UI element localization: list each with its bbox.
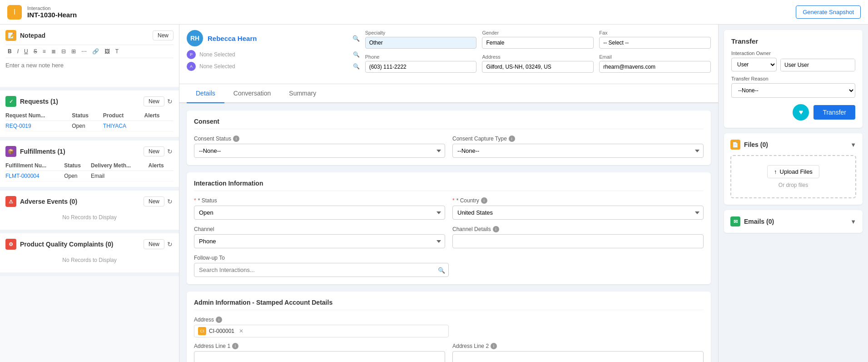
patient-name-link[interactable]: Rebecca Hearn	[208, 35, 257, 42]
topbar-title: INT-1030-Hearn	[27, 11, 77, 19]
pqc-refresh-button[interactable]: ↻	[166, 240, 174, 249]
email-select[interactable]: rhearn@mavens.com	[599, 61, 711, 73]
outdent-button[interactable]: ⊞	[69, 47, 78, 56]
topbar-subtitle: Interaction	[27, 5, 77, 11]
address-line2-label: Address Line 2 i	[452, 343, 704, 349]
image-button[interactable]: 🖼	[102, 47, 112, 56]
address-line2-input[interactable]	[452, 351, 704, 362]
requests-refresh-button[interactable]: ↻	[166, 97, 174, 106]
consent-capture-select[interactable]: --None-- Verbal Written	[452, 144, 704, 158]
list-button[interactable]: ≡	[40, 47, 48, 56]
admin-info-card: Admin Information - Stamped Account Deta…	[187, 292, 711, 362]
adverse-events-refresh-button[interactable]: ↻	[166, 197, 174, 206]
transfer-owner-type-select[interactable]: User Queue	[731, 58, 777, 71]
adverse-events-header: ⚠ Adverse Events (0) New ↻	[5, 196, 174, 207]
files-card-header: 📄 Files (0) ▼	[730, 140, 856, 150]
fulfillments-title-wrap: 📦 Fulfillments (1)	[5, 146, 65, 157]
req-num-link[interactable]: REQ-0019	[5, 123, 31, 129]
interaction-info-title: Interaction Information	[194, 180, 704, 191]
patient-sub-search-2[interactable]: 🔍	[353, 63, 360, 70]
strikethrough-button[interactable]: S	[31, 47, 40, 56]
gender-label: Gender	[482, 30, 594, 35]
fulfillments-icon: 📦	[5, 146, 16, 157]
consent-card: Consent Consent Status i --None-- Yes No	[187, 111, 711, 165]
address-line2-info-icon[interactable]: i	[491, 343, 497, 349]
tab-conversation[interactable]: Conversation	[224, 84, 280, 103]
link-button[interactable]: 🔗	[90, 47, 101, 56]
table-row: FLMT-000004 Open Email	[5, 171, 174, 181]
tab-details[interactable]: Details	[187, 84, 224, 103]
requests-col-alerts: Alerts	[144, 111, 174, 121]
admin-address-info-icon[interactable]: i	[216, 317, 222, 323]
consent-status-info-icon[interactable]: i	[233, 136, 239, 142]
phone-label: Phone	[365, 54, 477, 60]
fax-select[interactable]: -- Select --	[599, 37, 711, 49]
address-chip-close[interactable]: ✕	[239, 328, 243, 334]
patient-sub-icon-1: P	[187, 50, 196, 59]
patient-sub-row-1: P None Selected 🔍	[187, 50, 360, 59]
pqc-new-button[interactable]: New	[144, 239, 164, 249]
channel-details-input[interactable]	[452, 234, 704, 248]
consent-capture-info-icon[interactable]: i	[509, 136, 515, 142]
address-line1-info-icon[interactable]: i	[232, 343, 238, 349]
requests-new-button[interactable]: New	[144, 96, 164, 106]
channel-details-info-icon[interactable]: i	[493, 226, 499, 232]
notepad-header: 📝 Notepad New	[5, 30, 174, 41]
follow-up-input[interactable]	[194, 263, 449, 277]
favorite-button[interactable]: ♥	[793, 104, 809, 121]
address-chip-icon: CI	[198, 327, 206, 335]
patient-sub-search-1[interactable]: 🔍	[353, 51, 360, 58]
pqc-title: Product Quality Complaints (0)	[20, 241, 113, 248]
notepad-textarea[interactable]	[5, 62, 174, 80]
transfer-owner-input[interactable]	[781, 59, 855, 71]
transfer-owner-input-wrap: 🔍	[780, 59, 855, 71]
fulfillments-new-button[interactable]: New	[144, 146, 164, 156]
channel-form-grid: Channel Phone Email In-Person Channel De…	[194, 226, 704, 248]
country-field: ** Country i United States Canada United…	[452, 197, 704, 220]
center-panel: RH Rebecca Hearn 🔍 P None Selected 🔍 A N…	[179, 25, 718, 362]
italic-button[interactable]: I	[15, 47, 21, 56]
status-select[interactable]: Open Closed Pending	[194, 206, 445, 220]
specialty-select[interactable]: Other General	[365, 37, 477, 49]
underline-button[interactable]: U	[22, 47, 30, 56]
tab-summary[interactable]: Summary	[280, 84, 325, 103]
country-info-icon[interactable]: i	[481, 197, 487, 204]
flmt-num-link[interactable]: FLMT-000004	[5, 173, 40, 179]
generate-snapshot-button[interactable]: Generate Snapshot	[796, 5, 861, 19]
country-select[interactable]: United States Canada United Kingdom	[452, 206, 704, 220]
req-product-link[interactable]: THIYACA	[103, 123, 126, 129]
address-chip-text: CI-000001	[209, 328, 234, 334]
interaction-info-form-grid: ** Status Open Closed Pending ** Country…	[194, 197, 704, 220]
patient-header: RH Rebecca Hearn 🔍 P None Selected 🔍 A N…	[179, 25, 718, 84]
more-button[interactable]: ⋯	[79, 47, 89, 56]
country-label: ** Country i	[452, 197, 704, 204]
transfer-button[interactable]: Transfer	[813, 105, 855, 120]
patient-search-icon[interactable]: 🔍	[352, 35, 360, 42]
text-format-button[interactable]: T	[113, 47, 121, 56]
address-select[interactable]: Gilford, US-NH, 03249, US	[482, 61, 594, 73]
channel-select[interactable]: Phone Email In-Person	[194, 234, 445, 248]
channel-label: Channel	[194, 226, 445, 232]
files-expand-icon[interactable]: ▼	[850, 141, 856, 148]
main-layout: 📝 Notepad New B I U S ≡ ≣ ⊟ ⊞ ⋯ 🔗 🖼 T	[0, 25, 868, 362]
consent-status-label: Consent Status i	[194, 136, 445, 142]
upload-files-button[interactable]: ↑ Upload Files	[767, 165, 819, 178]
transfer-card: Transfer Interaction Owner User Queue 🔍 …	[724, 30, 863, 128]
bold-button[interactable]: B	[5, 47, 14, 56]
fulfillments-col-delivery: Delivery Meth...	[91, 161, 149, 171]
upload-area: ↑ Upload Files Or drop files	[730, 155, 856, 198]
drop-files-text: Or drop files	[740, 182, 846, 188]
fulfillments-refresh-button[interactable]: ↻	[166, 147, 174, 156]
adverse-events-new-button[interactable]: New	[144, 196, 164, 206]
notepad-new-button[interactable]: New	[153, 30, 174, 40]
indent-button[interactable]: ⊟	[59, 47, 68, 56]
ordered-list-button[interactable]: ≣	[49, 47, 58, 56]
phone-input[interactable]	[365, 61, 477, 73]
address-line1-input[interactable]	[194, 351, 445, 362]
transfer-owner-label: Interaction Owner	[731, 50, 855, 56]
gender-select[interactable]: Female Male Unknown	[482, 37, 594, 49]
address-field-group: Address Gilford, US-NH, 03249, US	[482, 54, 594, 73]
transfer-reason-select[interactable]: --None-- Escalation Routing	[731, 83, 855, 98]
consent-status-select[interactable]: --None-- Yes No	[194, 144, 445, 158]
emails-expand-icon[interactable]: ▼	[850, 218, 856, 225]
